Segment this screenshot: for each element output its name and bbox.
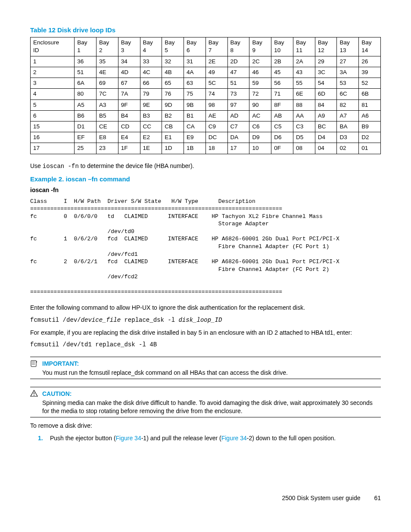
table-cell: DC — [206, 132, 227, 143]
table-cell: C9 — [206, 121, 227, 132]
table-row: 1725231F1E1D1B1817100F08040201 — [31, 143, 381, 154]
table-cell: 29 — [315, 56, 337, 67]
table-cell: 51 — [75, 67, 97, 78]
table-cell: 6B — [359, 89, 381, 100]
table-title: Table 12 Disk drive loop IDs — [30, 26, 381, 34]
table-cell: 75 — [184, 89, 206, 100]
table-cell: 45 — [271, 67, 293, 78]
table-cell: 4B — [162, 67, 184, 78]
table-cell: 08 — [293, 143, 315, 154]
table-cell: BC — [315, 121, 337, 132]
table-header: Bay6 — [184, 37, 206, 56]
table-header: Bay14 — [359, 37, 381, 56]
table-cell: 18 — [206, 143, 227, 154]
table-cell: AB — [271, 110, 293, 121]
table-cell: B1 — [184, 110, 206, 121]
table-cell: 6D — [315, 89, 337, 100]
table-cell: D3 — [337, 132, 359, 143]
important-text: You must run the fcmsutil replace_dsk co… — [42, 369, 381, 377]
code-text: fcmsutil /dev/ — [30, 317, 81, 324]
table-cell: 36 — [75, 56, 97, 67]
svg-rect-0 — [31, 361, 36, 367]
table-header: Bay7 — [206, 37, 227, 56]
table-cell: 90 — [249, 100, 271, 110]
table-cell: A9 — [315, 110, 337, 121]
table-cell: 17 — [227, 143, 249, 154]
table-cell: 4D — [118, 67, 140, 78]
table-cell: E9 — [184, 132, 206, 143]
example-title: Example 2. ioscan –fn command — [30, 175, 381, 184]
separator — [30, 357, 381, 357]
command-label: ioscan -fn — [30, 186, 381, 194]
note-icon — [30, 360, 38, 369]
table-cell: 52 — [359, 78, 381, 89]
table-cell: 9D — [162, 100, 184, 110]
table-cell: CE — [97, 121, 118, 132]
table-cell: CA — [184, 121, 206, 132]
table-cell: AE — [206, 110, 227, 121]
table-cell: 73 — [227, 89, 249, 100]
table-cell: 25 — [75, 143, 97, 154]
table-cell: 65 — [162, 78, 184, 89]
table-cell: A3 — [97, 100, 118, 110]
table-cell: 1 — [31, 56, 75, 67]
separator — [30, 387, 381, 387]
table-cell: AA — [293, 110, 315, 121]
table-header: Bay9 — [249, 37, 271, 56]
table-cell: 16 — [31, 132, 75, 143]
table-cell: 34 — [118, 56, 140, 67]
table-row: 13635343332312E2D2C2B2A292726 — [31, 56, 381, 67]
table-cell: 55 — [293, 78, 315, 89]
fcmsutil-generic: fcmsutil /dev/device_file replace_dsk -l… — [30, 316, 381, 324]
separator — [30, 417, 381, 417]
table-cell: AC — [249, 110, 271, 121]
text: -2) down to the full open position. — [247, 435, 336, 442]
ioscan-output: Class I H/W Path Driver S/W State H/W Ty… — [30, 198, 381, 296]
table-cell: 9F — [118, 100, 140, 110]
table-cell: 46 — [249, 67, 271, 78]
table-cell: 2E — [206, 56, 227, 67]
table-cell: 56 — [271, 78, 293, 89]
figure-link[interactable]: Figure 34 — [116, 435, 141, 442]
table-cell: C6 — [249, 121, 271, 132]
table-cell: 51 — [227, 78, 249, 89]
code-arg: device_file — [81, 317, 121, 324]
table-row: 36A69676665635C51595655545352 — [31, 78, 381, 89]
table-cell: D6 — [271, 132, 293, 143]
table-cell: 2D — [227, 56, 249, 67]
table-cell: 79 — [140, 89, 162, 100]
table-cell: D4 — [315, 132, 337, 143]
table-cell: 6C — [337, 89, 359, 100]
table-cell: 47 — [227, 67, 249, 78]
table-cell: 2 — [31, 67, 75, 78]
warning-icon — [30, 390, 38, 398]
inline-code: ioscan -fn — [43, 163, 79, 170]
text: Use — [30, 162, 43, 169]
table-cell: 5 — [31, 100, 75, 110]
table-cell: 53 — [337, 78, 359, 89]
table-cell: 80 — [75, 89, 97, 100]
table-cell: D9 — [249, 132, 271, 143]
table-cell: DA — [227, 132, 249, 143]
table-cell: 4 — [31, 89, 75, 100]
table-cell: 04 — [315, 143, 337, 154]
table-cell: 4E — [97, 67, 118, 78]
table-cell: 5C — [206, 78, 227, 89]
text: -1) and pull the release lever ( — [141, 435, 221, 442]
table-header: Bay12 — [315, 37, 337, 56]
table-cell: 1F — [118, 143, 140, 154]
figure-link[interactable]: Figure 34 — [221, 435, 247, 442]
code-text: replace_dsk -l — [121, 317, 178, 324]
step-number: 1. — [38, 434, 46, 442]
text: Push the ejector button ( — [50, 435, 116, 442]
table-cell: CD — [118, 121, 140, 132]
table-cell: 84 — [315, 100, 337, 110]
table-cell: 72 — [249, 89, 271, 100]
table-cell: B6 — [75, 110, 97, 121]
caution-title: CAUTION: — [42, 390, 72, 397]
paragraph-use-ioscan: Use ioscan -fn to determine the device f… — [30, 162, 381, 171]
table-header: Bay4 — [140, 37, 162, 56]
table-cell: 02 — [337, 143, 359, 154]
table-cell: EF — [75, 132, 97, 143]
table-cell: 6E — [293, 89, 315, 100]
